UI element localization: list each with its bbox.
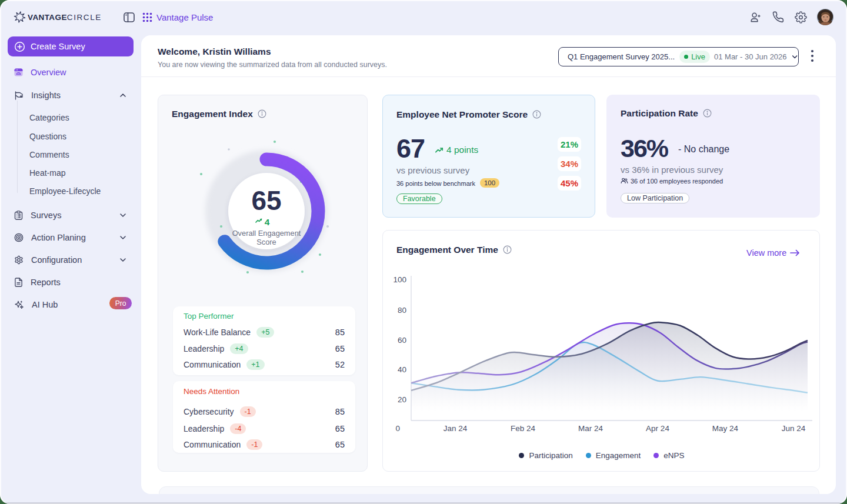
svg-text:40: 40 <box>398 365 406 374</box>
svg-text:Jun 24: Jun 24 <box>782 424 806 433</box>
svg-text:65: 65 <box>251 185 281 216</box>
svg-text:Score: Score <box>256 238 276 246</box>
svg-text:20: 20 <box>398 395 406 404</box>
svg-text:60: 60 <box>398 336 406 345</box>
svg-text:May 24: May 24 <box>712 424 739 433</box>
svg-text:Apr 24: Apr 24 <box>646 424 669 433</box>
svg-text:80: 80 <box>398 306 406 315</box>
svg-text:Overall Engagement: Overall Engagement <box>232 229 301 238</box>
svg-text:Mar 24: Mar 24 <box>578 424 603 433</box>
svg-text:100: 100 <box>393 275 406 284</box>
svg-text:Jan 24: Jan 24 <box>443 424 468 433</box>
svg-text:Feb 24: Feb 24 <box>511 424 536 433</box>
svg-text:0: 0 <box>395 424 400 433</box>
svg-text:4: 4 <box>265 217 270 227</box>
